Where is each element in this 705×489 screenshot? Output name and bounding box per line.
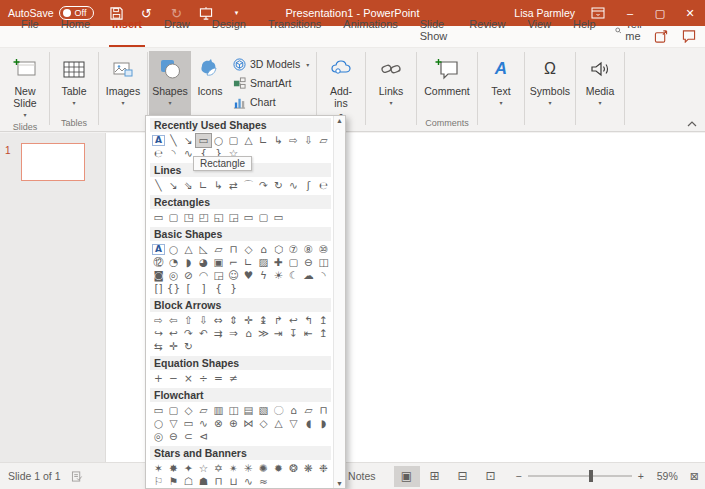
shape-double-wave[interactable]: ≈ [256, 475, 271, 488]
shapes-button[interactable]: Shapes ▾ [149, 51, 191, 116]
reading-view-button[interactable]: ⊟ [450, 466, 476, 487]
shape-left-brace[interactable]: { [211, 282, 226, 295]
shape-isosceles-triangle[interactable]: △ [181, 243, 196, 256]
shape-arc[interactable]: ◝ [316, 269, 331, 282]
shape-sun[interactable]: ☀ [271, 269, 286, 282]
shape-star-5-point[interactable]: ☆ [196, 462, 211, 475]
shape-callout-right-arrow[interactable]: ⇥ [271, 327, 286, 340]
shape-half-frame[interactable]: ⌐ [226, 256, 241, 269]
tab-slide-show[interactable]: Slide Show [409, 15, 459, 47]
shape-heptagon[interactable]: ⑦ [286, 243, 301, 256]
shape-star-24-point[interactable]: ❋ [301, 462, 316, 475]
shape-flow-extract[interactable]: △ [271, 417, 286, 430]
shape-arrow-bent[interactable]: ↱ [271, 314, 286, 327]
shape-arrow-down[interactable]: ⇩ [196, 314, 211, 327]
fit-to-window-icon[interactable]: ⊠ [690, 470, 699, 483]
shape-curved-double-arrow[interactable]: ↻ [271, 179, 286, 192]
shape-snip-same-side-corner[interactable]: ◰ [196, 211, 211, 224]
shape-arrow-u-turn[interactable]: ↩ [286, 314, 301, 327]
shape-flow-card[interactable]: ▭ [181, 417, 196, 430]
shape-line[interactable]: ╲ [151, 179, 166, 192]
media-button[interactable]: Media ▾ [577, 51, 623, 116]
text-button[interactable]: A Text ▾ [479, 51, 523, 116]
shape-round-single-corner[interactable]: ▭ [241, 211, 256, 224]
shape-text-box[interactable]: A [151, 134, 166, 147]
shape-elbow-arrow-connector[interactable]: ↳ [211, 179, 226, 192]
shape-arrow-right[interactable]: ⇨ [151, 314, 166, 327]
shape-flow-terminator[interactable]: 〇 [271, 404, 286, 417]
zoom-slider[interactable] [528, 475, 632, 477]
menu-scrollbar[interactable]: ▲ ▼ [333, 116, 345, 488]
shape-arrow-curved-up[interactable]: ↷ [181, 327, 196, 340]
shape-arrow-pentagon[interactable]: ⌂ [241, 327, 256, 340]
slide-thumbnail[interactable] [21, 143, 85, 181]
tab-design[interactable]: Design [201, 15, 257, 47]
shape-rounded-rectangle[interactable]: ▢ [226, 134, 241, 147]
zoom-in-button[interactable]: + [638, 470, 644, 482]
shape-math-equal[interactable]: = [211, 372, 226, 385]
shape-flow-data[interactable]: ▱ [196, 404, 211, 417]
shape-flow-merge[interactable]: ▽ [286, 417, 301, 430]
smartart-button[interactable]: SmartArt [233, 75, 311, 91]
tab-view[interactable]: View [516, 15, 562, 47]
shape-freeform[interactable]: ʃ [301, 179, 316, 192]
shape-regular-pentagon[interactable]: ⌂ [256, 243, 271, 256]
shape-round-same-side-corner[interactable]: ▢ [256, 211, 271, 224]
shape-hexagon[interactable]: ⬡ [271, 243, 286, 256]
shape-oval[interactable]: ○ [166, 243, 181, 256]
chart-button[interactable]: Chart [233, 94, 311, 110]
3d-models-button[interactable]: 3D Models ▾ [233, 56, 311, 72]
shape-elbow-double-arrow[interactable]: ⇄ [226, 179, 241, 192]
shape-flow-manual-input[interactable]: ▱ [301, 404, 316, 417]
shape-diagonal-stripe[interactable]: ▨ [256, 256, 271, 269]
tab-file[interactable]: File [10, 15, 50, 47]
collapse-ribbon-icon[interactable] [687, 121, 697, 127]
shape-explosion-2[interactable]: ✸ [166, 462, 181, 475]
shape-callout-left-right-arrow[interactable]: ⇆ [151, 340, 166, 353]
shape-flow-connector[interactable]: ○ [151, 417, 166, 430]
tab-insert[interactable]: Insert [101, 15, 153, 47]
shape-arrow-up[interactable]: ⇧ [181, 314, 196, 327]
shape-smiley-face[interactable]: ☺ [226, 269, 241, 282]
shape-arrow-circular[interactable]: ↻ [181, 340, 196, 353]
shape-cross[interactable]: ✚ [271, 256, 286, 269]
shape-arrow-bent-up[interactable]: ↥ [316, 314, 331, 327]
shape-arrow-left-right[interactable]: ⇔ [211, 314, 226, 327]
shape-curve[interactable]: ∿ [286, 179, 301, 192]
shape-cloud[interactable]: ☁ [301, 269, 316, 282]
shape-flow-multidocument[interactable]: ▧ [256, 404, 271, 417]
shape-heart[interactable]: ♥ [241, 269, 256, 282]
shape-diamond[interactable]: ◇ [241, 243, 256, 256]
shape-arrow-left-right-up[interactable]: ↨ [256, 314, 271, 327]
scroll-up-icon[interactable]: ▲ [334, 117, 345, 124]
images-button[interactable]: Images ▾ [100, 51, 146, 116]
shape-flow-off-page-connector[interactable]: ▽ [166, 417, 181, 430]
shape-frame[interactable]: ▣ [211, 256, 226, 269]
shape-horizontal-scroll[interactable]: ⊔ [226, 475, 241, 488]
shape-parallelogram[interactable]: ▱ [211, 243, 226, 256]
shape-math-plus[interactable]: + [151, 372, 166, 385]
shape-block-arc[interactable]: ◠ [196, 269, 211, 282]
shape-rectangle[interactable]: ▭ [151, 211, 166, 224]
shape-flow-preparation[interactable]: ⌂ [286, 404, 301, 417]
shape-elbow-connector[interactable]: ∟ [196, 179, 211, 192]
shape-snip-round-single-corner[interactable]: ◲ [226, 211, 241, 224]
comment-button[interactable]: Comment [418, 51, 476, 116]
shape-curved-arrow[interactable]: ↷ [256, 179, 271, 192]
shape-oval[interactable]: ○ [211, 134, 226, 147]
shape-flow-process[interactable]: ▭ [151, 404, 166, 417]
shape-text-box[interactable]: A [151, 243, 166, 256]
shape-flow-collate[interactable]: ⋈ [241, 417, 256, 430]
shape-arrow-right[interactable]: ⇨ [286, 134, 301, 147]
shape-ribbon-curved-up[interactable]: ☖ [181, 475, 196, 488]
shape-star-8-point[interactable]: ✳ [241, 462, 256, 475]
shape-arrow-curved-right[interactable]: ↪ [151, 327, 166, 340]
shape-arrow-quad[interactable]: ✛ [241, 314, 256, 327]
shape-star-16-point[interactable]: ❂ [286, 462, 301, 475]
shape-vertical-scroll[interactable]: ⊓ [211, 475, 226, 488]
shape-ribbon-down[interactable]: ⚑ [166, 475, 181, 488]
shape-flow-summing-junction[interactable]: ⊗ [211, 417, 226, 430]
shape-arrow-chevron[interactable]: ≫ [256, 327, 271, 340]
shape-right-brace[interactable]: } [226, 282, 241, 295]
shape-donut[interactable]: ◎ [166, 269, 181, 282]
